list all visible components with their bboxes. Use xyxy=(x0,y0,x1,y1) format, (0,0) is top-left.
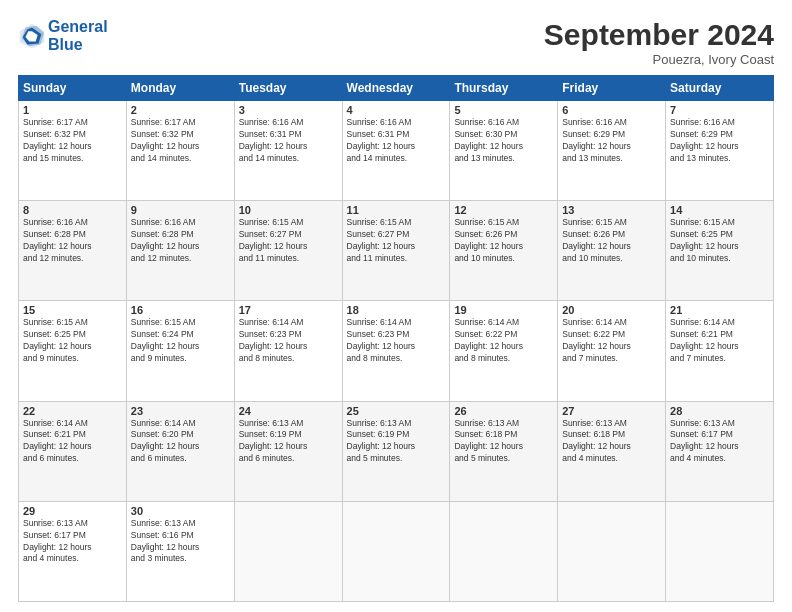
cell-5-3 xyxy=(234,501,342,601)
cell-content: Sunrise: 6:14 AMSunset: 6:20 PMDaylight:… xyxy=(131,418,230,466)
cell-content: Sunrise: 6:13 AMSunset: 6:16 PMDaylight:… xyxy=(131,518,230,566)
cell-3-5: 19Sunrise: 6:14 AMSunset: 6:22 PMDayligh… xyxy=(450,301,558,401)
cell-content: Sunrise: 6:14 AMSunset: 6:22 PMDaylight:… xyxy=(562,317,661,365)
cell-content: Sunrise: 6:14 AMSunset: 6:21 PMDaylight:… xyxy=(23,418,122,466)
cell-2-6: 13Sunrise: 6:15 AMSunset: 6:26 PMDayligh… xyxy=(558,201,666,301)
cell-2-7: 14Sunrise: 6:15 AMSunset: 6:25 PMDayligh… xyxy=(666,201,774,301)
day-number: 5 xyxy=(454,104,553,116)
logo-text: General Blue xyxy=(48,18,108,54)
cell-5-5 xyxy=(450,501,558,601)
cell-1-3: 3Sunrise: 6:16 AMSunset: 6:31 PMDaylight… xyxy=(234,101,342,201)
cell-4-3: 24Sunrise: 6:13 AMSunset: 6:19 PMDayligh… xyxy=(234,401,342,501)
cell-5-7 xyxy=(666,501,774,601)
cell-2-4: 11Sunrise: 6:15 AMSunset: 6:27 PMDayligh… xyxy=(342,201,450,301)
day-number: 4 xyxy=(347,104,446,116)
day-number: 20 xyxy=(562,304,661,316)
cell-5-2: 30Sunrise: 6:13 AMSunset: 6:16 PMDayligh… xyxy=(126,501,234,601)
cell-5-6 xyxy=(558,501,666,601)
day-number: 14 xyxy=(670,204,769,216)
cell-content: Sunrise: 6:14 AMSunset: 6:23 PMDaylight:… xyxy=(239,317,338,365)
cell-2-2: 9Sunrise: 6:16 AMSunset: 6:28 PMDaylight… xyxy=(126,201,234,301)
week-row-2: 8Sunrise: 6:16 AMSunset: 6:28 PMDaylight… xyxy=(19,201,774,301)
cell-content: Sunrise: 6:15 AMSunset: 6:26 PMDaylight:… xyxy=(562,217,661,265)
cell-content: Sunrise: 6:14 AMSunset: 6:21 PMDaylight:… xyxy=(670,317,769,365)
day-number: 21 xyxy=(670,304,769,316)
cell-content: Sunrise: 6:14 AMSunset: 6:23 PMDaylight:… xyxy=(347,317,446,365)
cell-content: Sunrise: 6:15 AMSunset: 6:24 PMDaylight:… xyxy=(131,317,230,365)
cell-3-4: 18Sunrise: 6:14 AMSunset: 6:23 PMDayligh… xyxy=(342,301,450,401)
cell-2-5: 12Sunrise: 6:15 AMSunset: 6:26 PMDayligh… xyxy=(450,201,558,301)
cell-1-7: 7Sunrise: 6:16 AMSunset: 6:29 PMDaylight… xyxy=(666,101,774,201)
calendar-body: 1Sunrise: 6:17 AMSunset: 6:32 PMDaylight… xyxy=(19,101,774,602)
cell-1-4: 4Sunrise: 6:16 AMSunset: 6:31 PMDaylight… xyxy=(342,101,450,201)
cell-content: Sunrise: 6:15 AMSunset: 6:27 PMDaylight:… xyxy=(347,217,446,265)
cell-4-5: 26Sunrise: 6:13 AMSunset: 6:18 PMDayligh… xyxy=(450,401,558,501)
day-number: 17 xyxy=(239,304,338,316)
cell-4-6: 27Sunrise: 6:13 AMSunset: 6:18 PMDayligh… xyxy=(558,401,666,501)
day-number: 10 xyxy=(239,204,338,216)
day-number: 15 xyxy=(23,304,122,316)
cell-5-1: 29Sunrise: 6:13 AMSunset: 6:17 PMDayligh… xyxy=(19,501,127,601)
day-number: 13 xyxy=(562,204,661,216)
cell-content: Sunrise: 6:16 AMSunset: 6:31 PMDaylight:… xyxy=(347,117,446,165)
weekday-saturday: Saturday xyxy=(666,76,774,101)
cell-3-3: 17Sunrise: 6:14 AMSunset: 6:23 PMDayligh… xyxy=(234,301,342,401)
cell-content: Sunrise: 6:13 AMSunset: 6:17 PMDaylight:… xyxy=(23,518,122,566)
cell-5-4 xyxy=(342,501,450,601)
month-title: September 2024 xyxy=(544,18,774,52)
logo: General Blue xyxy=(18,18,108,54)
calendar-table: SundayMondayTuesdayWednesdayThursdayFrid… xyxy=(18,75,774,602)
cell-4-4: 25Sunrise: 6:13 AMSunset: 6:19 PMDayligh… xyxy=(342,401,450,501)
page: General Blue September 2024 Pouezra, Ivo… xyxy=(0,0,792,612)
day-number: 22 xyxy=(23,405,122,417)
logo-icon xyxy=(18,22,46,50)
cell-content: Sunrise: 6:16 AMSunset: 6:28 PMDaylight:… xyxy=(131,217,230,265)
day-number: 19 xyxy=(454,304,553,316)
week-row-4: 22Sunrise: 6:14 AMSunset: 6:21 PMDayligh… xyxy=(19,401,774,501)
day-number: 27 xyxy=(562,405,661,417)
header: General Blue September 2024 Pouezra, Ivo… xyxy=(18,18,774,67)
day-number: 18 xyxy=(347,304,446,316)
day-number: 24 xyxy=(239,405,338,417)
cell-content: Sunrise: 6:16 AMSunset: 6:31 PMDaylight:… xyxy=(239,117,338,165)
cell-content: Sunrise: 6:15 AMSunset: 6:27 PMDaylight:… xyxy=(239,217,338,265)
day-number: 16 xyxy=(131,304,230,316)
day-number: 3 xyxy=(239,104,338,116)
cell-3-7: 21Sunrise: 6:14 AMSunset: 6:21 PMDayligh… xyxy=(666,301,774,401)
weekday-tuesday: Tuesday xyxy=(234,76,342,101)
day-number: 9 xyxy=(131,204,230,216)
day-number: 7 xyxy=(670,104,769,116)
cell-content: Sunrise: 6:13 AMSunset: 6:18 PMDaylight:… xyxy=(562,418,661,466)
cell-4-1: 22Sunrise: 6:14 AMSunset: 6:21 PMDayligh… xyxy=(19,401,127,501)
day-number: 12 xyxy=(454,204,553,216)
cell-content: Sunrise: 6:13 AMSunset: 6:18 PMDaylight:… xyxy=(454,418,553,466)
cell-3-2: 16Sunrise: 6:15 AMSunset: 6:24 PMDayligh… xyxy=(126,301,234,401)
weekday-wednesday: Wednesday xyxy=(342,76,450,101)
cell-content: Sunrise: 6:17 AMSunset: 6:32 PMDaylight:… xyxy=(131,117,230,165)
day-number: 30 xyxy=(131,505,230,517)
cell-4-7: 28Sunrise: 6:13 AMSunset: 6:17 PMDayligh… xyxy=(666,401,774,501)
cell-content: Sunrise: 6:13 AMSunset: 6:17 PMDaylight:… xyxy=(670,418,769,466)
day-number: 11 xyxy=(347,204,446,216)
cell-4-2: 23Sunrise: 6:14 AMSunset: 6:20 PMDayligh… xyxy=(126,401,234,501)
cell-content: Sunrise: 6:13 AMSunset: 6:19 PMDaylight:… xyxy=(347,418,446,466)
cell-content: Sunrise: 6:16 AMSunset: 6:30 PMDaylight:… xyxy=(454,117,553,165)
week-row-5: 29Sunrise: 6:13 AMSunset: 6:17 PMDayligh… xyxy=(19,501,774,601)
day-number: 28 xyxy=(670,405,769,417)
week-row-3: 15Sunrise: 6:15 AMSunset: 6:25 PMDayligh… xyxy=(19,301,774,401)
cell-1-2: 2Sunrise: 6:17 AMSunset: 6:32 PMDaylight… xyxy=(126,101,234,201)
cell-content: Sunrise: 6:15 AMSunset: 6:25 PMDaylight:… xyxy=(23,317,122,365)
day-number: 6 xyxy=(562,104,661,116)
weekday-friday: Friday xyxy=(558,76,666,101)
day-number: 26 xyxy=(454,405,553,417)
cell-content: Sunrise: 6:16 AMSunset: 6:29 PMDaylight:… xyxy=(670,117,769,165)
cell-content: Sunrise: 6:15 AMSunset: 6:26 PMDaylight:… xyxy=(454,217,553,265)
day-number: 1 xyxy=(23,104,122,116)
cell-content: Sunrise: 6:14 AMSunset: 6:22 PMDaylight:… xyxy=(454,317,553,365)
cell-3-6: 20Sunrise: 6:14 AMSunset: 6:22 PMDayligh… xyxy=(558,301,666,401)
day-number: 25 xyxy=(347,405,446,417)
cell-1-6: 6Sunrise: 6:16 AMSunset: 6:29 PMDaylight… xyxy=(558,101,666,201)
day-number: 8 xyxy=(23,204,122,216)
day-number: 2 xyxy=(131,104,230,116)
cell-content: Sunrise: 6:13 AMSunset: 6:19 PMDaylight:… xyxy=(239,418,338,466)
